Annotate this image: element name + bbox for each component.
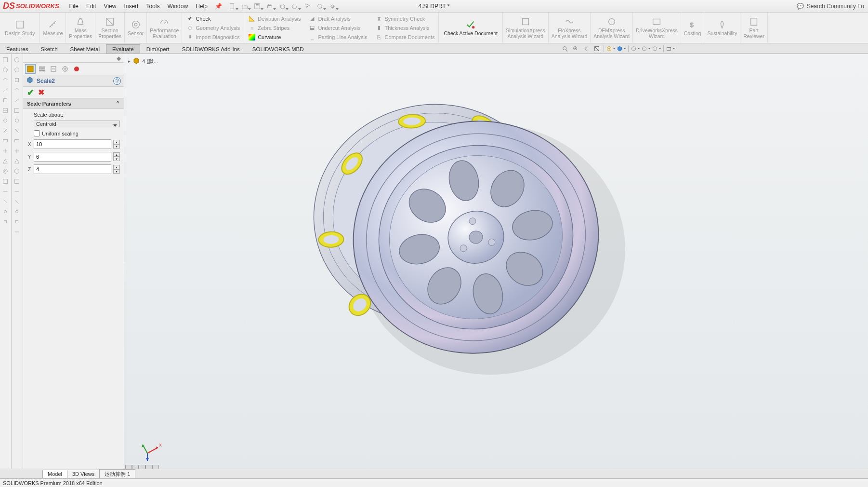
y-spin-up[interactable]: ▲ [113, 152, 120, 157]
options-button[interactable] [327, 1, 338, 11]
ribbon-compare[interactable]: ⎘Compare Documents [373, 33, 437, 41]
ribbon-simulationxpress[interactable]: SimulationXpress Analysis Wizard [503, 13, 549, 43]
vtool2-5[interactable] [12, 95, 22, 105]
fm-tab-property[interactable] [25, 64, 36, 74]
vtool2-16[interactable] [12, 207, 22, 216]
vtool2-3[interactable] [12, 75, 22, 85]
ribbon-measure[interactable]: Measure [40, 13, 66, 43]
vtool-13[interactable] [0, 176, 11, 186]
z-scale-input[interactable] [34, 164, 111, 174]
vtool-15[interactable] [0, 197, 11, 206]
menu-tools[interactable]: Tools [143, 2, 163, 11]
vtool2-11[interactable] [12, 156, 22, 166]
redo-button[interactable] [289, 1, 300, 11]
ribbon-mass-properties[interactable]: Mass Properties [66, 13, 95, 43]
vtool-10[interactable] [0, 146, 11, 156]
vtool2-7[interactable] [12, 116, 22, 125]
tab-sw-mbd[interactable]: SOLIDWORKS MBD [246, 44, 310, 54]
menu-file[interactable]: File [66, 2, 82, 11]
orientation-triad[interactable]: X [139, 438, 163, 462]
vtool-4[interactable] [0, 85, 11, 95]
ribbon-design-study[interactable]: Design Study [0, 13, 40, 43]
vtool-3[interactable] [0, 75, 11, 85]
ribbon-deviation[interactable]: 📐Deviation Analysis [246, 14, 302, 23]
vtool-1[interactable] [0, 55, 11, 65]
ribbon-geometry-analysis[interactable]: ◇Geometry Analysis [184, 24, 242, 32]
menu-help[interactable]: Help [192, 2, 211, 11]
ribbon-undercut[interactable]: ⬓Undercut Analysis [306, 24, 369, 32]
menu-edit[interactable]: Edit [83, 2, 100, 11]
uniform-scaling-input[interactable] [34, 130, 40, 136]
zoom-fit-button[interactable] [560, 44, 570, 53]
vtool-7[interactable] [0, 116, 11, 125]
y-scale-input[interactable] [34, 152, 111, 162]
vtool2-8[interactable] [12, 126, 22, 135]
print-button[interactable] [264, 1, 275, 11]
vtool2-18[interactable] [12, 227, 22, 237]
vtool-11[interactable] [0, 156, 11, 166]
fm-tab-dimxpert[interactable] [48, 64, 59, 74]
vtool-6[interactable] [0, 106, 11, 115]
tab-model[interactable]: Model [42, 470, 67, 478]
open-button[interactable] [239, 1, 250, 11]
ribbon-draft[interactable]: ◢Draft Analysis [306, 14, 369, 23]
view-settings-button[interactable] [666, 44, 675, 53]
ribbon-parting-line[interactable]: ⎯Parting Line Analysis [306, 33, 369, 41]
ok-button[interactable]: ✔ [27, 87, 34, 98]
ribbon-dfmxpress[interactable]: DFMXpress Analysis Wizard [591, 13, 633, 43]
tab-features[interactable]: Features [0, 44, 34, 54]
ribbon-part-reviewer[interactable]: Part Reviewer [740, 13, 768, 43]
tab-sheet-metal[interactable]: Sheet Metal [64, 44, 106, 54]
tab-sketch[interactable]: Sketch [34, 44, 64, 54]
select-button[interactable] [302, 1, 313, 11]
graphics-viewport[interactable]: ▸ 4 (默... [124, 54, 868, 472]
vtool-17[interactable] [0, 217, 11, 227]
tab-dimxpert[interactable]: DimXpert [140, 44, 176, 54]
edit-appearance-button[interactable] [641, 44, 651, 53]
fm-tab-appearance[interactable] [71, 64, 82, 74]
view-orientation-button[interactable] [606, 44, 616, 53]
vtool2-13[interactable] [12, 176, 22, 186]
undo-button[interactable] [277, 1, 288, 11]
vtool2-14[interactable] [12, 187, 22, 196]
cancel-button[interactable]: ✖ [38, 88, 44, 97]
menu-view[interactable]: View [101, 2, 120, 11]
zoom-area-button[interactable] [571, 44, 580, 53]
x-spin-up[interactable]: ▲ [113, 140, 120, 144]
tab-3d-views[interactable]: 3D Views [67, 470, 100, 478]
rebuild-button[interactable] [315, 1, 325, 11]
fm-tab-display[interactable] [60, 64, 70, 74]
previous-view-button[interactable] [581, 44, 591, 53]
vtool-5[interactable] [0, 95, 11, 105]
new-button[interactable] [227, 1, 237, 11]
vtool2-2[interactable] [12, 65, 22, 75]
ribbon-floxpress[interactable]: FloXpress Analysis Wizard [549, 13, 591, 43]
apply-scene-button[interactable] [652, 44, 661, 53]
ribbon-section-properties[interactable]: Section Properties [95, 13, 125, 43]
ribbon-check[interactable]: ✔Check [184, 14, 242, 23]
vtool2-1[interactable] [12, 55, 22, 65]
ribbon-costing[interactable]: $Costing [681, 13, 705, 43]
scale-parameters-header[interactable]: Scale Parameters ⌃ [23, 98, 124, 109]
hide-show-button[interactable] [631, 44, 640, 53]
x-scale-input[interactable] [34, 139, 111, 149]
section-view-button[interactable] [592, 44, 602, 53]
vtool-12[interactable] [0, 166, 11, 176]
scale-about-select[interactable]: Centroid [34, 121, 120, 127]
vtool-14[interactable] [0, 187, 11, 196]
display-style-button[interactable] [617, 44, 626, 53]
tab-motion-study[interactable]: 运动算例 1 [99, 469, 135, 479]
ribbon-zebra[interactable]: ≡Zebra Stripes [246, 24, 302, 32]
vtool2-12[interactable] [12, 166, 22, 176]
ribbon-driveworks[interactable]: DriveWorksXpress Wizard [633, 13, 681, 43]
pin-icon[interactable]: 📌 [215, 3, 222, 10]
ribbon-check-active-document[interactable]: Check Active Document [439, 13, 502, 43]
ribbon-sensor[interactable]: Sensor [125, 13, 147, 43]
ribbon-import-diagnostics[interactable]: ⬇Import Diagnostics [184, 33, 242, 41]
vtool2-9[interactable] [12, 136, 22, 146]
ribbon-sustainability[interactable]: Sustainability [704, 13, 740, 43]
vtool-8[interactable] [0, 126, 11, 135]
vtool-16[interactable] [0, 207, 11, 216]
breadcrumb-expand-icon[interactable]: ▸ [128, 59, 131, 64]
ribbon-thickness[interactable]: ▮Thickness Analysis [373, 24, 437, 32]
